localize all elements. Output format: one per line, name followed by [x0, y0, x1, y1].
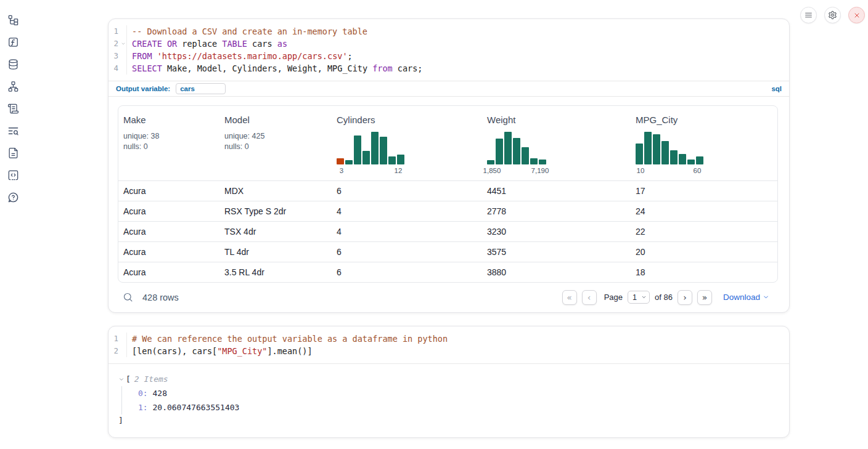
cell-model: MDX [219, 186, 332, 196]
cell-mpg-city: 17 [631, 186, 777, 196]
column-header-make[interactable]: Make unique: 38 nulls: 0 [118, 106, 219, 180]
cell-model: RSX Type S 2dr [219, 206, 332, 216]
items-count-label: 2 Items [134, 373, 168, 386]
code-line[interactable]: 4 SELECT Make, Model, Cylinders, Weight,… [108, 62, 789, 75]
table-row[interactable]: Acura TSX 4dr 4 3230 22 [118, 221, 777, 241]
tree-entries: 0: 428 1: 20.060747663551403 [121, 386, 779, 415]
sql-editor[interactable]: 1 -- Download a CSV and create an in-mem… [108, 19, 789, 81]
python-cell: 1 # We can reference the output variable… [108, 326, 790, 438]
code-line[interactable]: 3 FROM 'https://datasets.marimo.app/cars… [108, 50, 789, 62]
column-header-weight[interactable]: Weight 1,8507,190 [482, 106, 631, 180]
output-variable-label: Output variable: [116, 85, 170, 92]
column-stats: unique: 38 nulls: 0 [123, 131, 215, 152]
cell-cylinders: 4 [332, 227, 482, 237]
line-number: 1 [108, 333, 120, 345]
hist-max-label: 12 [395, 167, 403, 174]
code-text: FROM 'https://datasets.marimo.app/cars.c… [127, 50, 353, 62]
line-number: 4 [108, 62, 120, 75]
document-icon[interactable] [5, 145, 21, 161]
cell-mpg-city: 18 [631, 267, 777, 277]
page-select[interactable]: 1 [628, 291, 650, 304]
fold-chevron-icon[interactable] [120, 38, 126, 50]
table-row[interactable]: Acura MDX 6 4451 17 [118, 180, 777, 201]
search-list-icon[interactable] [5, 123, 21, 139]
code-text: [len(cars), cars["MPG_City"].mean()] [127, 345, 313, 357]
cell-mpg-city: 20 [631, 247, 777, 257]
hist-min-label: 1,850 [483, 167, 501, 174]
download-button[interactable]: Download [723, 293, 769, 302]
cell-weight: 3230 [482, 227, 631, 237]
cell-make: Acura [118, 247, 219, 257]
language-badge: sql [771, 85, 782, 92]
pagination: « ‹ Page 1 of 86 › » [562, 290, 712, 305]
table-row[interactable]: Acura 3.5 RL 4dr 6 3880 18 [118, 262, 777, 282]
list-item: 1: 20.060747663551403 [138, 400, 779, 415]
prev-page-button[interactable]: ‹ [582, 290, 597, 305]
cell-weight: 3880 [482, 267, 631, 277]
next-page-button[interactable]: › [678, 290, 692, 305]
mpg-city-histogram[interactable]: 1060 [636, 132, 703, 176]
column-header-model[interactable]: Model unique: 425 nulls: 0 [219, 106, 332, 180]
cylinders-histogram[interactable]: 312 [337, 132, 404, 176]
column-title: MPG_City [636, 115, 772, 126]
code-text: CREATE OR replace TABLE cars as [127, 38, 287, 50]
page-of-label: of 86 [655, 293, 673, 302]
code-text: -- Download a CSV and create an in-memor… [127, 25, 367, 38]
hist-max-label: 60 [694, 167, 702, 174]
chevron-down-icon [641, 294, 647, 300]
first-page-button[interactable]: « [562, 290, 577, 305]
code-line[interactable]: 1 # We can reference the output variable… [108, 333, 789, 345]
code-line[interactable]: 2 CREATE OR replace TABLE cars as [108, 38, 789, 50]
search-button[interactable] [123, 292, 133, 302]
settings-button[interactable] [824, 7, 841, 23]
cell-make: Acura [118, 227, 219, 237]
column-header-mpg-city[interactable]: MPG_City 1060 [631, 106, 777, 180]
help-icon[interactable] [5, 189, 21, 205]
code-text: # We can reference the output variable a… [127, 333, 448, 345]
gear-icon [828, 10, 837, 20]
page-value: 1 [633, 293, 637, 302]
close-icon [853, 12, 861, 19]
output-variable-input[interactable] [176, 83, 226, 94]
snippets-icon[interactable] [5, 167, 21, 183]
hist-min-label: 10 [637, 167, 645, 174]
logs-icon[interactable] [5, 100, 21, 116]
database-icon[interactable] [5, 56, 21, 72]
line-number: 2 [108, 345, 120, 357]
hist-min-label: 3 [340, 167, 343, 174]
function-icon[interactable] [5, 34, 21, 50]
chevron-down-icon [763, 294, 769, 301]
column-header-cylinders[interactable]: Cylinders 312 [332, 106, 482, 180]
menu-button[interactable] [800, 7, 817, 23]
helper-sidebar [5, 12, 22, 205]
python-editor[interactable]: 1 # We can reference the output variable… [108, 326, 789, 363]
code-line[interactable]: 2 [len(cars), cars["MPG_City"].mean()] [108, 345, 789, 357]
cell-mpg-city: 22 [631, 227, 777, 237]
download-label: Download [723, 293, 760, 302]
table-row[interactable]: Acura TL 4dr 6 3575 20 [118, 241, 777, 262]
code-line[interactable]: 1 -- Download a CSV and create an in-mem… [108, 25, 789, 38]
cell-model: TL 4dr [219, 247, 332, 257]
column-title: Model [224, 115, 327, 126]
collapse-chevron-icon[interactable] [118, 376, 125, 382]
file-tree-icon[interactable] [5, 12, 21, 28]
last-page-button[interactable]: » [697, 290, 712, 305]
cell-model: TSX 4dr [219, 227, 332, 237]
sql-output-area: Make unique: 38 nulls: 0 Model unique: 4… [108, 97, 789, 312]
shutdown-button[interactable] [848, 7, 865, 23]
sql-cell: 1 -- Download a CSV and create an in-mem… [108, 18, 790, 313]
weight-histogram[interactable]: 1,8507,190 [487, 132, 546, 176]
cell-cylinders: 6 [332, 247, 482, 257]
table-footer: 428 rows « ‹ Page 1 of 86 › » Download [118, 283, 778, 312]
row-count: 428 rows [142, 293, 179, 302]
cell-weight: 2778 [482, 206, 631, 216]
data-table: Make unique: 38 nulls: 0 Model unique: 4… [118, 105, 778, 283]
output-variable-bar: Output variable: sql [108, 81, 789, 97]
table-row[interactable]: Acura RSX Type S 2dr 4 2778 24 [118, 201, 777, 221]
cell-cylinders: 4 [332, 206, 482, 216]
line-number: 1 [108, 25, 120, 38]
dependency-graph-icon[interactable] [5, 78, 21, 94]
page-label: Page [604, 293, 623, 302]
cell-cylinders: 6 [332, 267, 482, 277]
cell-weight: 3575 [482, 247, 631, 257]
